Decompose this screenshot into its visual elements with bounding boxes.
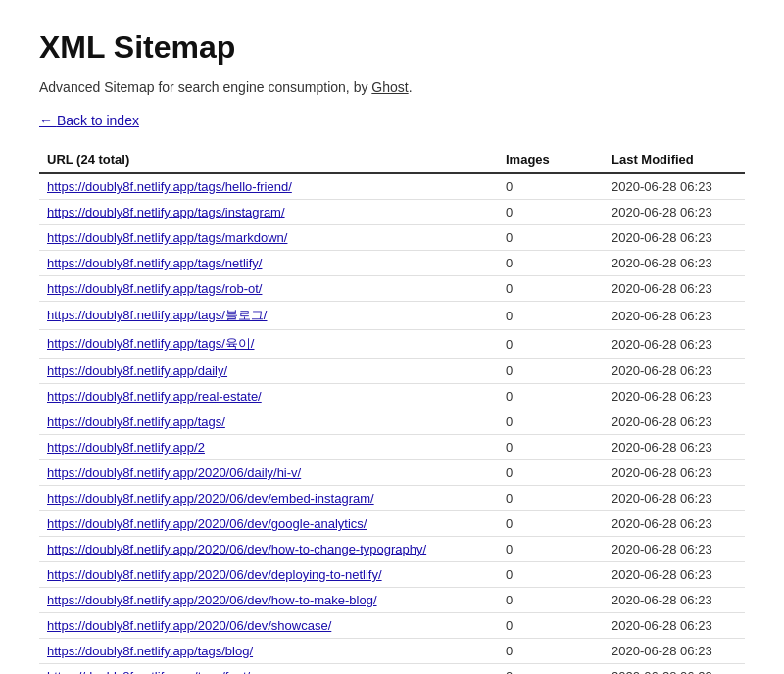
url-link[interactable]: https://doubly8f.netlify.app/tags/hello-… xyxy=(47,179,292,194)
table-row: https://doubly8f.netlify.app/tags/hello-… xyxy=(39,173,745,200)
modified-cell: 2020-06-28 06:23 xyxy=(604,409,745,435)
table-row: https://doubly8f.netlify.app/tags/블로그/02… xyxy=(39,302,745,330)
modified-cell: 2020-06-28 06:23 xyxy=(604,251,745,276)
images-cell: 0 xyxy=(498,537,604,562)
url-link[interactable]: https://doubly8f.netlify.app/tags/ xyxy=(47,414,225,429)
images-cell: 0 xyxy=(498,409,604,435)
table-row: https://doubly8f.netlify.app/tags/font/0… xyxy=(39,664,745,675)
url-link[interactable]: https://doubly8f.netlify.app/2020/06/dev… xyxy=(47,542,426,556)
table-row: https://doubly8f.netlify.app/daily/02020… xyxy=(39,359,745,384)
url-link[interactable]: https://doubly8f.netlify.app/tags/rob-ot… xyxy=(47,281,262,296)
page-title: XML Sitemap xyxy=(39,29,745,66)
table-row: https://doubly8f.netlify.app/tags/blog/0… xyxy=(39,639,745,664)
table-row: https://doubly8f.netlify.app/2020/06/dai… xyxy=(39,460,745,486)
table-row: https://doubly8f.netlify.app/tags/rob-ot… xyxy=(39,276,745,302)
url-link[interactable]: https://doubly8f.netlify.app/2020/06/dev… xyxy=(47,618,331,633)
back-to-index-top[interactable]: Back to index xyxy=(39,113,139,128)
images-cell: 0 xyxy=(498,330,604,359)
modified-cell: 2020-06-28 06:23 xyxy=(604,200,745,225)
table-row: https://doubly8f.netlify.app/2020/06/dev… xyxy=(39,486,745,511)
modified-cell: 2020-06-28 06:23 xyxy=(604,302,745,330)
sitemap-table: URL (24 total) Images Last Modified http… xyxy=(39,146,745,674)
table-row: https://doubly8f.netlify.app/2020/06/dev… xyxy=(39,562,745,588)
images-cell: 0 xyxy=(498,613,604,639)
images-cell: 0 xyxy=(498,359,604,384)
table-row: https://doubly8f.netlify.app/tags/instag… xyxy=(39,200,745,225)
url-link[interactable]: https://doubly8f.netlify.app/tags/육이/ xyxy=(47,336,255,351)
url-link[interactable]: https://doubly8f.netlify.app/2020/06/dev… xyxy=(47,567,382,582)
url-link[interactable]: https://doubly8f.netlify.app/2020/06/dai… xyxy=(47,465,301,480)
modified-cell: 2020-06-28 06:23 xyxy=(604,588,745,613)
url-link[interactable]: https://doubly8f.netlify.app/2 xyxy=(47,440,205,455)
table-row: https://doubly8f.netlify.app/2020/06/dev… xyxy=(39,511,745,537)
images-cell: 0 xyxy=(498,173,604,200)
col-images-header: Images xyxy=(498,146,604,173)
table-row: https://doubly8f.netlify.app/2020/06/dev… xyxy=(39,537,745,562)
modified-cell: 2020-06-28 06:23 xyxy=(604,435,745,460)
table-row: https://doubly8f.netlify.app/2020/06/dev… xyxy=(39,588,745,613)
modified-cell: 2020-06-28 06:23 xyxy=(604,486,745,511)
table-row: https://doubly8f.netlify.app/real-estate… xyxy=(39,384,745,409)
ghost-link[interactable]: Ghost xyxy=(371,79,408,95)
url-link[interactable]: https://doubly8f.netlify.app/tags/font/ xyxy=(47,669,250,674)
modified-cell: 2020-06-28 06:23 xyxy=(604,562,745,588)
images-cell: 0 xyxy=(498,460,604,486)
url-link[interactable]: https://doubly8f.netlify.app/tags/blog/ xyxy=(47,644,253,658)
url-link[interactable]: https://doubly8f.netlify.app/tags/markdo… xyxy=(47,230,287,245)
images-cell: 0 xyxy=(498,562,604,588)
url-link[interactable]: https://doubly8f.netlify.app/2020/06/dev… xyxy=(47,491,374,506)
url-link[interactable]: https://doubly8f.netlify.app/tags/블로그/ xyxy=(47,308,268,322)
modified-cell: 2020-06-28 06:23 xyxy=(604,639,745,664)
images-cell: 0 xyxy=(498,639,604,664)
modified-cell: 2020-06-28 06:23 xyxy=(604,173,745,200)
url-link[interactable]: https://doubly8f.netlify.app/real-estate… xyxy=(47,389,262,404)
col-modified-header: Last Modified xyxy=(604,146,745,173)
table-header-row: URL (24 total) Images Last Modified xyxy=(39,146,745,173)
images-cell: 0 xyxy=(498,384,604,409)
modified-cell: 2020-06-28 06:23 xyxy=(604,460,745,486)
url-link[interactable]: https://doubly8f.netlify.app/daily/ xyxy=(47,363,227,378)
table-row: https://doubly8f.netlify.app/tags/netlif… xyxy=(39,251,745,276)
table-row: https://doubly8f.netlify.app/tags/markdo… xyxy=(39,225,745,251)
modified-cell: 2020-06-28 06:23 xyxy=(604,613,745,639)
url-link[interactable]: https://doubly8f.netlify.app/tags/instag… xyxy=(47,205,285,219)
modified-cell: 2020-06-28 06:23 xyxy=(604,664,745,675)
table-row: https://doubly8f.netlify.app/tags/육이/020… xyxy=(39,330,745,359)
images-cell: 0 xyxy=(498,664,604,675)
modified-cell: 2020-06-28 06:23 xyxy=(604,537,745,562)
images-cell: 0 xyxy=(498,435,604,460)
url-link[interactable]: https://doubly8f.netlify.app/2020/06/dev… xyxy=(47,516,367,531)
url-link[interactable]: https://doubly8f.netlify.app/2020/06/dev… xyxy=(47,593,377,607)
modified-cell: 2020-06-28 06:23 xyxy=(604,359,745,384)
images-cell: 0 xyxy=(498,302,604,330)
table-row: https://doubly8f.netlify.app/2020/06/dev… xyxy=(39,613,745,639)
table-row: https://doubly8f.netlify.app/tags/02020-… xyxy=(39,409,745,435)
col-url-header: URL (24 total) xyxy=(39,146,498,173)
images-cell: 0 xyxy=(498,276,604,302)
images-cell: 0 xyxy=(498,200,604,225)
images-cell: 0 xyxy=(498,511,604,537)
images-cell: 0 xyxy=(498,588,604,613)
modified-cell: 2020-06-28 06:23 xyxy=(604,384,745,409)
modified-cell: 2020-06-28 06:23 xyxy=(604,511,745,537)
modified-cell: 2020-06-28 06:23 xyxy=(604,225,745,251)
url-link[interactable]: https://doubly8f.netlify.app/tags/netlif… xyxy=(47,256,262,270)
modified-cell: 2020-06-28 06:23 xyxy=(604,330,745,359)
subtitle: Advanced Sitemap for search engine consu… xyxy=(39,79,745,95)
modified-cell: 2020-06-28 06:23 xyxy=(604,276,745,302)
images-cell: 0 xyxy=(498,486,604,511)
images-cell: 0 xyxy=(498,251,604,276)
table-row: https://doubly8f.netlify.app/202020-06-2… xyxy=(39,435,745,460)
images-cell: 0 xyxy=(498,225,604,251)
